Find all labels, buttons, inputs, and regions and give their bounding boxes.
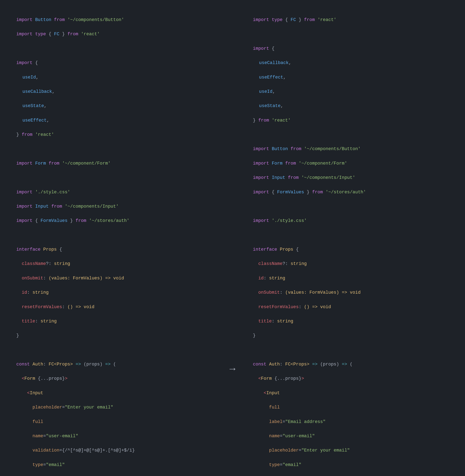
right-code-panel: import type { FC } from 'react' import {… — [245, 12, 457, 476]
transform-arrow: → — [230, 361, 236, 377]
left-code: import Button from '~/components/Button'… — [16, 16, 212, 476]
main-container: import Button from '~/components/Button'… — [8, 12, 457, 476]
right-code: import type { FC } from 'react' import {… — [253, 16, 449, 476]
arrow-container: → — [220, 12, 245, 476]
left-code-panel: import Button from '~/components/Button'… — [8, 12, 220, 476]
